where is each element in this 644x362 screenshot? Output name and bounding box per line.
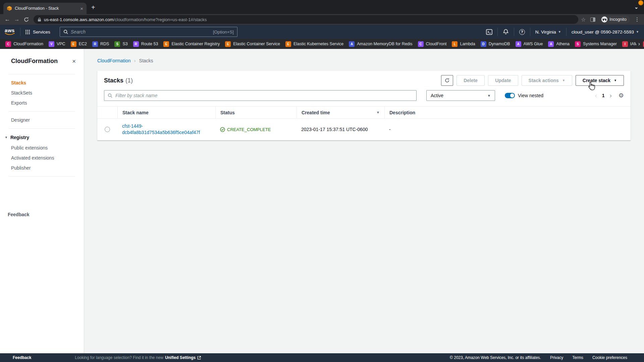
- aws-nav-bar: aws Services Search [Option+S]: [0, 25, 644, 39]
- sidebar-item-publisher[interactable]: Publisher: [0, 163, 84, 173]
- update-button[interactable]: Update: [488, 75, 518, 86]
- stack-actions-button[interactable]: Stack actions ▼: [522, 75, 572, 86]
- sidebar-close-icon[interactable]: ×: [72, 58, 76, 64]
- filter-search-icon: [108, 93, 112, 98]
- services-label: Services: [33, 29, 50, 35]
- bookmark-label: AWS Glue: [524, 42, 543, 46]
- bookmark-systems-manager[interactable]: SSystems Manager: [572, 40, 620, 48]
- bookmark-elastic-container-registry[interactable]: EElastic Container Registry: [161, 40, 222, 48]
- delete-button[interactable]: Delete: [457, 75, 485, 86]
- stack-name-link[interactable]: cfst-1449-dcb4fa8b31d7534a5b636f5ce04af4…: [122, 123, 200, 136]
- cloudshell-button[interactable]: [481, 25, 497, 39]
- page-prev-icon[interactable]: ‹: [595, 92, 597, 99]
- bookmark-elastic-kubernetes-service[interactable]: EElastic Kubernetes Service: [283, 40, 346, 48]
- bookmark-label: VPC: [57, 42, 65, 46]
- bookmark-vpc[interactable]: VVPC: [46, 40, 68, 48]
- screen: CloudFormation - Stack × + ⌄ ← → us-east…: [0, 0, 644, 362]
- bookmark-lambda[interactable]: LLambda: [449, 40, 478, 48]
- stack-filter-input[interactable]: Filter by stack name: [104, 90, 417, 101]
- region-caret-icon: ▼: [558, 30, 561, 34]
- column-header-description: Description: [384, 107, 631, 118]
- sidebar-item-activated-extensions[interactable]: Activated extensions: [0, 153, 84, 163]
- browser-menu-icon[interactable]: ⋮: [635, 16, 640, 22]
- forward-icon[interactable]: →: [12, 16, 21, 23]
- bookmark-rds[interactable]: RRDS: [90, 40, 112, 48]
- section-expand-icon: ▼: [5, 136, 8, 139]
- help-button[interactable]: ?: [514, 25, 530, 39]
- notifications-button[interactable]: [498, 25, 514, 39]
- region-selector[interactable]: N. Virginia ▼: [530, 25, 566, 39]
- reload-icon[interactable]: [21, 17, 31, 22]
- select-caret-icon: ▼: [487, 94, 491, 98]
- sidebar-item-stacks[interactable]: Stacks: [0, 78, 84, 88]
- back-icon[interactable]: ←: [3, 16, 12, 23]
- bookmark-cloudformation[interactable]: CCloudFormation: [3, 40, 46, 48]
- bookmark-favicon-icon: V: [49, 41, 54, 47]
- services-menu[interactable]: Services: [20, 29, 55, 35]
- side-panel-icon[interactable]: [590, 17, 595, 22]
- stack-actions-caret-icon: ▼: [562, 79, 565, 82]
- bookmark-label: Elastic Kubernetes Service: [293, 42, 343, 46]
- footer-terms-link[interactable]: Terms: [572, 355, 583, 360]
- bookmark-ec2[interactable]: EEC2: [68, 40, 90, 48]
- status-badge: CREATE_COMPLETE: [220, 127, 271, 132]
- bookmarks-overflow-icon[interactable]: ›: [636, 39, 642, 49]
- column-header-status: Status: [215, 107, 297, 118]
- browser-tab-strip: CloudFormation - Stack × + ⌄: [0, 0, 644, 14]
- bookmark-elastic-container-service[interactable]: EElastic Container Service: [222, 40, 283, 48]
- bookmark-favicon-icon: A: [548, 41, 554, 47]
- browser-tab[interactable]: CloudFormation - Stack ×: [3, 3, 87, 14]
- sidebar-feedback-link[interactable]: Feedback: [8, 212, 30, 217]
- tab-close-icon[interactable]: ×: [80, 6, 83, 11]
- footer-cookie-link[interactable]: Cookie preferences: [592, 355, 627, 360]
- bookmark-s3[interactable]: SS3: [112, 40, 130, 48]
- row-radio-button[interactable]: [105, 127, 110, 132]
- aws-search-input[interactable]: Search [Option+S]: [60, 27, 237, 37]
- new-tab-button[interactable]: +: [91, 4, 95, 11]
- account-menu[interactable]: cloud_user @ 0590-2872-5593 ▼: [567, 25, 644, 39]
- status-filter-select[interactable]: Active ▼: [426, 90, 495, 101]
- bookmark-aws-glue[interactable]: AAWS Glue: [513, 40, 546, 48]
- recording-dot-icon: [638, 0, 643, 5]
- breadcrumb-cloudformation-link[interactable]: CloudFormation: [97, 58, 131, 63]
- created-time-sort-icon[interactable]: ▼: [376, 111, 380, 114]
- unified-settings-link[interactable]: Unified Settings: [165, 355, 196, 360]
- stacks-card: Stacks (1) Delete Upda: [97, 71, 631, 140]
- bookmark-label: DynamoDB: [489, 42, 510, 46]
- bookmark-star-icon[interactable]: ☆: [581, 16, 586, 23]
- sidebar-item-public-extensions[interactable]: Public extensions: [0, 143, 84, 153]
- search-icon: [63, 29, 68, 34]
- filter-placeholder: Filter by stack name: [115, 93, 157, 98]
- bookmark-favicon-icon: E: [71, 41, 76, 47]
- bookmarks-bar: CCloudFormationVVPCEEC2RRDSSS3RRoute 53E…: [0, 39, 644, 49]
- refresh-button[interactable]: [441, 75, 453, 86]
- column-header-created-time[interactable]: Created time▼: [297, 107, 384, 118]
- bookmark-cloudfront[interactable]: CCloudFront: [415, 40, 449, 48]
- table-settings-gear-icon[interactable]: ⚙: [619, 92, 624, 99]
- bookmark-label: CloudFront: [426, 42, 447, 46]
- sidebar-item-designer[interactable]: Designer: [0, 115, 84, 125]
- url-bar[interactable]: us-east-1.console.aws.amazon.com/cloudfo…: [34, 15, 578, 24]
- bookmark-athena[interactable]: AAthena: [545, 40, 572, 48]
- footer-privacy-link[interactable]: Privacy: [550, 355, 563, 360]
- page-next-icon[interactable]: ›: [610, 92, 612, 99]
- sidebar-item-stacksets[interactable]: StackSets: [0, 88, 84, 98]
- aws-logo[interactable]: aws: [0, 28, 20, 36]
- bookmark-amazon-memorydb-for-redis[interactable]: AAmazon MemoryDB for Redis: [346, 40, 415, 48]
- overlay-chevron-icon[interactable]: ⌄: [634, 4, 638, 10]
- sidebar-item-exports[interactable]: Exports: [0, 98, 84, 108]
- main-panel: CloudFormation › Stacks Stacks (1): [84, 49, 644, 353]
- sidebar-section-registry[interactable]: ▼Registry: [0, 132, 84, 143]
- bookmark-dynamodb[interactable]: DDynamoDB: [478, 40, 513, 48]
- bookmark-favicon-icon: A: [349, 41, 355, 47]
- bookmark-label: Systems Manager: [583, 42, 617, 46]
- bookmark-favicon-icon: C: [418, 41, 424, 47]
- page-number[interactable]: 1: [602, 93, 605, 98]
- url-host: us-east-1.console.aws.amazon.com: [44, 17, 113, 22]
- panel-count: (1): [125, 77, 133, 84]
- footer-feedback-link[interactable]: Feedback: [13, 355, 31, 360]
- view-nested-toggle[interactable]: [505, 93, 515, 98]
- bookmark-route-53[interactable]: RRoute 53: [130, 40, 161, 48]
- table-body: cfst-1449-dcb4fa8b31d7534a5b636f5ce04af4…: [97, 119, 631, 140]
- create-stack-button[interactable]: Create stack ▼: [576, 75, 624, 86]
